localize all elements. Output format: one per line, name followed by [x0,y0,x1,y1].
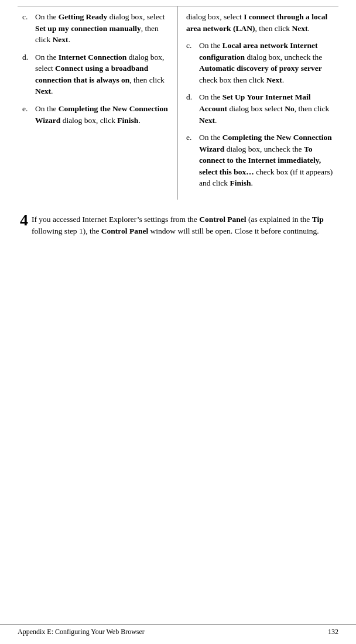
list-text: On the Completing the New Connection Wiz… [199,132,334,189]
left-column: c.On the Getting Ready dialog box, selec… [18,6,178,200]
right-column: dialog box, select I connect through a l… [178,6,338,200]
list-label: e. [22,103,35,126]
list-item: c.On the Getting Ready dialog box, selec… [22,11,169,46]
list-item: d.On the Set Up Your Internet Mail Accou… [186,91,334,126]
list-label: c. [22,11,35,46]
list-item: e.On the Completing the New Connection W… [186,132,334,189]
list-label: c. [186,40,199,85]
step4-text: If you accessed Internet Explorer’s sett… [32,214,336,238]
list-text: On the Internet Connection dialog box, s… [35,52,169,97]
list-text: On the Set Up Your Internet Mail Account… [199,91,334,126]
step4-number: 4 [20,211,28,229]
list-label: d. [186,91,199,126]
footer-left: Appendix E: Configuring Your Web Browser [18,627,145,637]
list-text: On the Local area network Internet confi… [199,40,334,85]
list-label: e. [186,132,199,189]
footer-right: 132 [328,627,338,637]
page-footer: Appendix E: Configuring Your Web Browser… [0,624,356,637]
intro-text: dialog box, select I connect through a l… [186,11,334,34]
list-item: e.On the Completing the New Connection W… [22,103,169,126]
two-column-section: c.On the Getting Ready dialog box, selec… [18,6,338,200]
list-text: On the Getting Ready dialog box, select … [35,11,169,46]
list-text: On the Completing the New Connection Wiz… [35,103,169,126]
list-item: c.On the Local area network Internet con… [186,40,334,85]
step4-section: 4 If you accessed Internet Explorer’s se… [18,214,338,238]
list-label: d. [22,52,35,97]
page-content: c.On the Getting Ready dialog box, selec… [0,0,356,261]
right-intro: dialog box, select I connect through a l… [186,11,334,34]
list-item: d.On the Internet Connection dialog box,… [22,52,169,97]
